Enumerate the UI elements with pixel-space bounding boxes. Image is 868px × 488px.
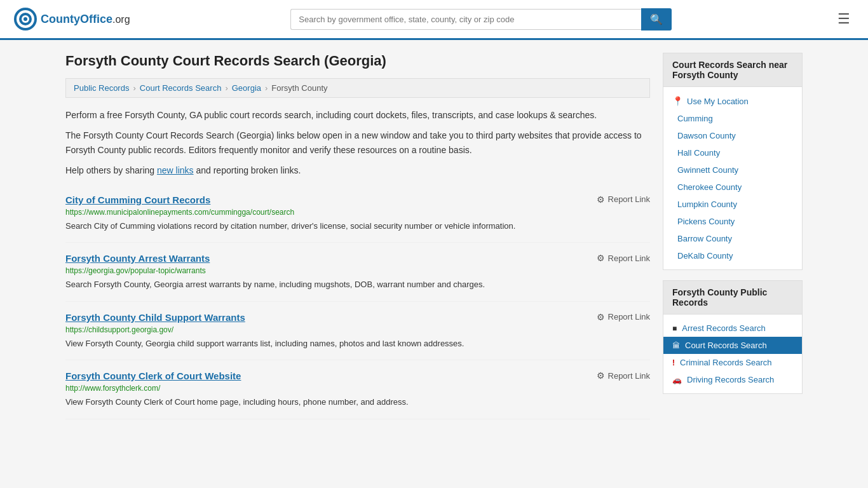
arrest-records-label: Arrest Records Search [682,323,766,333]
nearby-label-3: Gwinnett County [677,165,738,175]
criminal-records-icon: ! [672,358,675,367]
result-desc-3: View Forsyth County Clerk of Court home … [65,396,650,409]
sidebar-nearby-dekalb[interactable]: DeKalb County [663,247,802,264]
nearby-label-8: DeKalb County [677,251,733,261]
page-title: Forsyth County Court Records Search (Geo… [65,53,650,69]
result-item-2: Forsyth County Child Support Warrants ⚙ … [65,302,650,361]
sidebar-nearby-pickens[interactable]: Pickens County [663,213,802,230]
breadcrumb-current: Forsyth County [271,83,327,93]
report-label-1: Report Link [608,254,650,263]
result-desc-2: View Forsyth County, Georgia child suppo… [65,337,650,350]
sidebar-public-records-content: ■ Arrest Records Search 🏛 Court Records … [663,315,802,393]
result-url-3[interactable]: http://www.forsythclerk.com/ [65,384,650,393]
sidebar-public-records-header: Forsyth County Public Records [663,281,802,315]
criminal-records-label: Criminal Records Search [680,358,772,367]
result-header-0: City of Cumming Court Records ⚙ Report L… [65,194,650,205]
breadcrumb-public-records[interactable]: Public Records [74,83,129,93]
result-url-0[interactable]: https://www.municipalonlinepayments.com/… [65,208,650,217]
breadcrumb-sep-1: › [133,83,135,93]
nearby-label-1: Dawson County [677,131,736,140]
search-area: 🔍 [290,8,672,30]
search-input[interactable] [290,9,641,30]
sidebar-public-records-section: Forsyth County Public Records ■ Arrest R… [663,280,803,394]
description: Perform a free Forsyth County, GA public… [65,108,650,178]
sidebar-court-records[interactable]: 🏛 Court Records Search [663,337,802,354]
result-desc-0: Search City of Cumming violations record… [65,220,650,233]
desc-para-1: Perform a free Forsyth County, GA public… [65,108,650,122]
report-link-btn-2[interactable]: ⚙ Report Link [597,312,650,322]
logo-area: CountyOffice.org [13,6,130,32]
desc-para-3: Help others by sharing new links and rep… [65,163,650,177]
sidebar-nearby-cherokee[interactable]: Cherokee County [663,179,802,196]
desc-post-text: and reporting broken links. [194,165,301,175]
report-icon-3: ⚙ [597,370,605,381]
result-url-1[interactable]: https://georgia.gov/popular-topic/warran… [65,266,650,275]
breadcrumb-sep-2: › [225,83,227,93]
report-link-btn-1[interactable]: ⚙ Report Link [597,253,650,263]
sidebar-nearby-section: Court Records Search near Forsyth County… [663,53,803,270]
desc-para-2: The Forsyth County Court Records Search … [65,128,650,157]
court-records-icon: 🏛 [672,341,680,350]
driving-records-icon: 🚗 [672,376,682,384]
result-item-0: City of Cumming Court Records ⚙ Report L… [65,184,650,243]
nearby-label-7: Barrow County [677,234,732,243]
result-header-2: Forsyth County Child Support Warrants ⚙ … [65,312,650,323]
sidebar-nearby-gwinnett[interactable]: Gwinnett County [663,161,802,179]
result-desc-1: Search Forsyth County, Georgia arrest wa… [65,278,650,291]
nearby-label-2: Hall County [677,148,720,158]
results-list: City of Cumming Court Records ⚙ Report L… [65,184,650,419]
arrest-records-icon: ■ [672,324,677,333]
nearby-label-6: Pickens County [677,217,735,226]
nearby-label-5: Lumpkin County [677,200,737,209]
breadcrumb-georgia[interactable]: Georgia [232,83,261,93]
sidebar-nearby-dawson[interactable]: Dawson County [663,127,802,144]
report-icon-2: ⚙ [597,312,605,322]
result-title-2[interactable]: Forsyth County Child Support Warrants [65,312,245,323]
svg-point-4 [24,17,27,21]
result-item-3: Forsyth County Clerk of Court Website ⚙ … [65,360,650,419]
breadcrumb: Public Records › Court Records Search › … [65,78,650,98]
menu-icon: ☰ [837,11,850,27]
nearby-label-0: Cumming [677,114,713,123]
report-label-2: Report Link [608,312,650,322]
report-link-btn-3[interactable]: ⚙ Report Link [597,370,650,381]
sidebar-nearby-barrow[interactable]: Barrow County [663,230,802,247]
search-icon: 🔍 [650,14,663,25]
sidebar-nearby-hall[interactable]: Hall County [663,144,802,161]
sidebar-nearby-header: Court Records Search near Forsyth County [663,53,802,87]
report-icon-0: ⚙ [597,194,605,205]
logo-text: CountyOffice.org [41,13,130,26]
breadcrumb-sep-3: › [265,83,268,93]
court-records-label: Court Records Search [685,341,767,350]
sidebar-nearby-content: 📍 Use My Location Cumming Dawson County … [663,87,802,269]
sidebar-driving-records[interactable]: 🚗 Driving Records Search [663,371,802,388]
new-links-link[interactable]: new links [157,165,194,175]
logo-icon [13,6,38,32]
result-title-3[interactable]: Forsyth County Clerk of Court Website [65,370,241,381]
content-area: Forsyth County Court Records Search (Geo… [65,53,650,419]
use-my-location-item[interactable]: 📍 Use My Location [663,92,802,110]
report-label-3: Report Link [608,371,650,381]
result-title-0[interactable]: City of Cumming Court Records [65,194,210,205]
search-button[interactable]: 🔍 [641,8,672,30]
result-url-2[interactable]: https://childsupport.georgia.gov/ [65,325,650,334]
breadcrumb-court-records[interactable]: Court Records Search [140,83,222,93]
desc-pre-text: Help others by sharing [65,165,157,175]
report-link-btn-0[interactable]: ⚙ Report Link [597,194,650,205]
menu-button[interactable]: ☰ [832,8,855,30]
location-pin-icon: 📍 [672,96,683,106]
result-header-1: Forsyth County Arrest Warrants ⚙ Report … [65,253,650,264]
report-icon-1: ⚙ [597,253,605,263]
header: CountyOffice.org 🔍 ☰ [0,0,868,40]
sidebar-nearby-cumming[interactable]: Cumming [663,110,802,127]
main-container: Forsyth County Court Records Search (Geo… [53,40,815,432]
report-label-0: Report Link [608,194,650,204]
sidebar: Court Records Search near Forsyth County… [663,53,803,419]
result-item-1: Forsyth County Arrest Warrants ⚙ Report … [65,243,650,302]
nearby-label-4: Cherokee County [677,182,742,192]
sidebar-arrest-records[interactable]: ■ Arrest Records Search [663,320,802,337]
driving-records-label: Driving Records Search [687,375,774,384]
result-title-1[interactable]: Forsyth County Arrest Warrants [65,253,210,264]
sidebar-criminal-records[interactable]: ! Criminal Records Search [663,354,802,371]
sidebar-nearby-lumpkin[interactable]: Lumpkin County [663,196,802,213]
